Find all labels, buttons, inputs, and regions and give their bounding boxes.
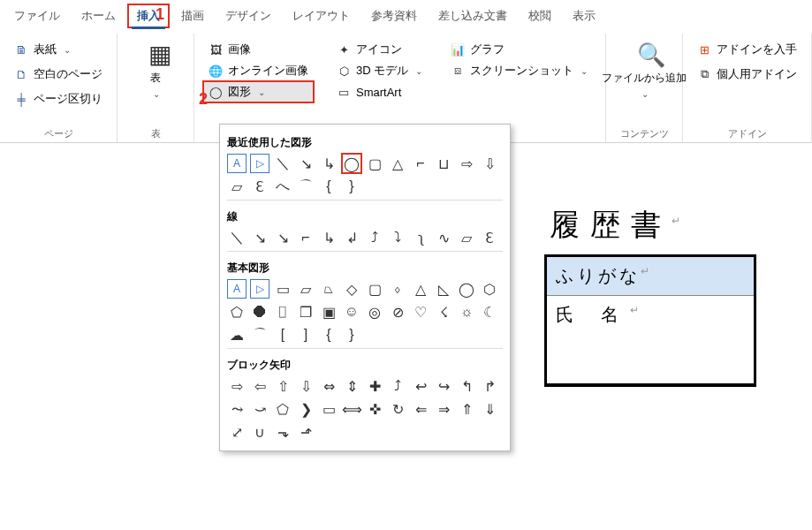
- line-3[interactable]: ↘: [273, 228, 292, 247]
- b-oval[interactable]: ◯: [457, 279, 476, 299]
- b-lightning[interactable]: ☇: [434, 302, 453, 322]
- tab-insert[interactable]: 挿入: [128, 4, 169, 27]
- ba-down[interactable]: ⇩: [296, 376, 315, 396]
- ba-pent[interactable]: ⬠: [273, 399, 292, 419]
- ba-x7[interactable]: ⬎: [273, 422, 292, 442]
- tab-draw[interactable]: 描画: [172, 4, 213, 27]
- b-octstar[interactable]: ⬨: [388, 279, 407, 299]
- b-textbox[interactable]: A: [227, 279, 247, 299]
- ba-x1[interactable]: ⇐: [411, 399, 430, 419]
- ba-x5[interactable]: ⤢: [227, 422, 247, 442]
- b-noentry[interactable]: ⊘: [388, 302, 407, 322]
- shape-u[interactable]: ⊔: [434, 154, 453, 173]
- b-oct[interactable]: ⯃: [250, 302, 269, 322]
- tab-view[interactable]: 表示: [564, 4, 604, 27]
- ba-left[interactable]: ⇦: [250, 376, 269, 396]
- b-parallelogram[interactable]: ▱: [296, 279, 315, 299]
- my-addins-button[interactable]: ⧉個人用アドイン: [692, 64, 802, 85]
- ba-quadcall[interactable]: ✜: [365, 399, 384, 419]
- shape-line[interactable]: ＼: [273, 154, 292, 173]
- document-canvas[interactable]: 履歴書↵ ふりがな↵ 氏 名 ↵: [544, 203, 809, 387]
- line-9[interactable]: ʅ: [411, 228, 430, 247]
- ba-x2[interactable]: ⇒: [434, 399, 453, 419]
- b-textbox-v[interactable]: ▷: [250, 279, 269, 299]
- line-10[interactable]: ∿: [434, 228, 453, 247]
- cover-page-button[interactable]: 🗎表紙⌄: [9, 39, 108, 60]
- shape-roundrect[interactable]: ▢: [365, 154, 384, 173]
- shape-textbox-vert[interactable]: ▷: [250, 154, 269, 173]
- line-11[interactable]: ▱: [457, 228, 476, 247]
- shape-textbox[interactable]: A: [227, 154, 247, 173]
- b-brace-r[interactable]: }: [342, 325, 361, 344]
- line-7[interactable]: ⤴: [365, 228, 384, 247]
- ba-uturn[interactable]: ↩: [411, 376, 430, 396]
- shape-brace-l[interactable]: {: [319, 177, 338, 196]
- b-donut[interactable]: ◎: [365, 302, 384, 322]
- shape-brace-r[interactable]: }: [342, 177, 361, 196]
- ba-x4[interactable]: ⇓: [480, 399, 499, 419]
- b-brace-l[interactable]: {: [319, 325, 338, 344]
- ba-circ[interactable]: ↻: [388, 399, 407, 419]
- icons-button[interactable]: ✦アイコン: [331, 39, 428, 60]
- shape-oval[interactable]: ◯: [342, 154, 361, 173]
- online-image-button[interactable]: 🌐オンライン画像: [203, 60, 314, 81]
- ba-stripe[interactable]: ⤳: [227, 399, 247, 419]
- b-tri[interactable]: △: [411, 279, 430, 299]
- ba-bent[interactable]: ⤴: [388, 376, 407, 396]
- shape-arrow-line[interactable]: ↘: [296, 154, 315, 173]
- reuse-files-button[interactable]: 🔍 ファイルから追加 ⌄: [615, 39, 673, 102]
- get-addins-button[interactable]: ⊞アドインを入手: [692, 39, 802, 60]
- line-12[interactable]: Ɛ: [480, 228, 499, 247]
- ba-x6[interactable]: ∪: [250, 422, 269, 442]
- line-5[interactable]: ↳: [319, 228, 338, 247]
- shape-triangle[interactable]: △: [388, 154, 407, 173]
- tab-design[interactable]: デザイン: [216, 4, 280, 27]
- tab-home[interactable]: ホーム: [72, 4, 125, 27]
- b-trapezoid[interactable]: ⏢: [319, 279, 338, 299]
- shape-callout[interactable]: ▱: [227, 177, 247, 196]
- image-button[interactable]: 🖼画像: [203, 39, 314, 60]
- b-hex[interactable]: ⬡: [480, 279, 499, 299]
- line-8[interactable]: ⤵: [388, 228, 407, 247]
- tab-layout[interactable]: レイアウト: [284, 4, 359, 27]
- shape-down-arrow[interactable]: ⇩: [480, 154, 499, 173]
- ba-chevron[interactable]: ❯: [296, 399, 315, 419]
- ba-x8[interactable]: ⬏: [296, 422, 315, 442]
- b-pent[interactable]: ⬠: [227, 302, 247, 322]
- ba-curved-u[interactable]: ↱: [480, 376, 499, 396]
- b-bracket-r[interactable]: ]: [296, 325, 315, 344]
- shape-arc[interactable]: ⌒: [296, 177, 315, 196]
- ba-callout[interactable]: ▭: [319, 399, 338, 419]
- shape-freeform[interactable]: Ɛ: [250, 177, 269, 196]
- b-can[interactable]: ⌷: [273, 302, 292, 322]
- ba-up[interactable]: ⇧: [273, 376, 292, 396]
- name-cell[interactable]: 氏 名 ↵: [547, 296, 651, 383]
- ba-curved-r[interactable]: ↪: [434, 376, 453, 396]
- tab-references[interactable]: 参考資料: [362, 4, 426, 27]
- b-moon[interactable]: ☾: [480, 302, 499, 322]
- smartart-button[interactable]: ▭SmartArt: [331, 81, 428, 102]
- line-1[interactable]: ＼: [227, 228, 247, 247]
- ba-right[interactable]: ⇨: [227, 376, 247, 396]
- ba-curved-l[interactable]: ↰: [457, 376, 476, 396]
- b-smiley[interactable]: ☺: [342, 302, 361, 322]
- shape-scribble[interactable]: へ: [273, 177, 292, 196]
- screenshot-button[interactable]: ⧇スクリーンショット⌄: [445, 60, 593, 81]
- b-bevel[interactable]: ▣: [319, 302, 338, 322]
- tab-review[interactable]: 校閲: [520, 4, 560, 27]
- tab-file[interactable]: ファイル: [5, 4, 69, 27]
- ba-lrcallout[interactable]: ⟺: [342, 399, 361, 419]
- line-6[interactable]: ↲: [342, 228, 361, 247]
- ba-ud[interactable]: ⇕: [342, 376, 361, 396]
- tab-mailings[interactable]: 差し込み文書: [429, 4, 516, 27]
- b-arc2[interactable]: ⌒: [250, 325, 269, 344]
- b-sun[interactable]: ☼: [457, 302, 476, 322]
- ba-quad[interactable]: ✚: [365, 376, 384, 396]
- table-button[interactable]: ▦ 表 ⌄: [126, 39, 185, 102]
- ba-x3[interactable]: ⇑: [457, 399, 476, 419]
- b-heart[interactable]: ♡: [411, 302, 430, 322]
- furigana-cell[interactable]: ふりがな↵: [547, 257, 662, 295]
- line-2[interactable]: ↘: [250, 228, 269, 247]
- b-rtri[interactable]: ◺: [434, 279, 453, 299]
- shapes-button[interactable]: ◯図形⌄: [203, 81, 314, 102]
